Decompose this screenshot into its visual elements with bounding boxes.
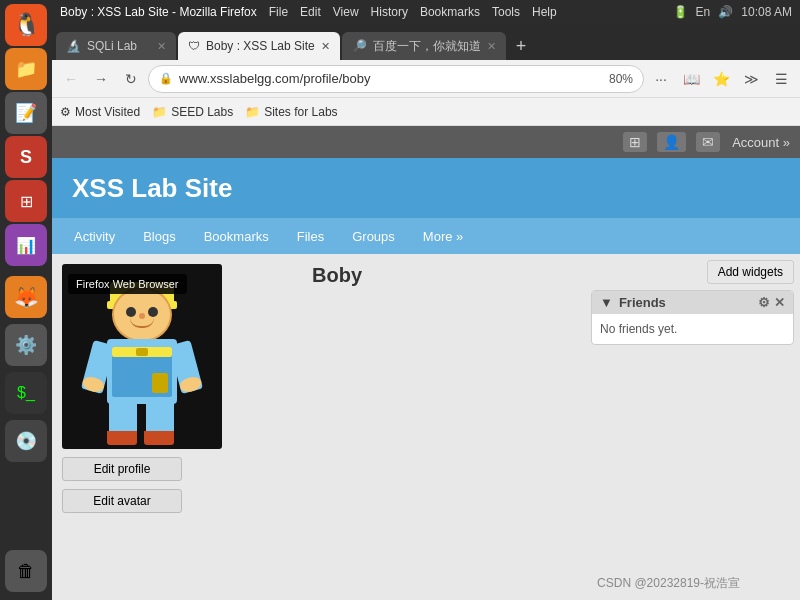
taskbar-left: 🐧 📁 📝 S ⊞ 📊 🦊 ⚙️ $_ 💿 🗑 <box>0 0 52 600</box>
friends-widget-title: Friends <box>619 295 666 310</box>
text-editor-icon[interactable]: 📝 <box>5 92 47 134</box>
tab-bar: 🔬 SQLi Lab ✕ 🛡 Boby : XSS Lab Site ✕ 🔎 百… <box>52 24 800 60</box>
lock-icon: 🔒 <box>159 72 173 85</box>
sys-time: 10:08 AM <box>741 5 792 19</box>
friends-widget-close[interactable]: ✕ <box>774 295 785 310</box>
mail-icon-btn[interactable]: ✉ <box>696 132 720 152</box>
new-tab-button[interactable]: + <box>508 32 535 60</box>
edit-avatar-button[interactable]: Edit avatar <box>62 489 182 513</box>
files-icon[interactable]: 📁 <box>5 48 47 90</box>
zoom-level: 80% <box>609 72 633 86</box>
settings-icon[interactable]: ⚙️ <box>5 324 47 366</box>
sys-volume: 🔊 <box>718 5 733 19</box>
bob-figure <box>82 277 202 437</box>
tab-sqli-label: SQLi Lab <box>87 39 137 53</box>
seed-labs-icon: 📁 <box>152 105 167 119</box>
right-column: Add widgets ▼ Friends ⚙ ✕ No friends yet… <box>585 254 800 600</box>
bookmark-seed-labs[interactable]: 📁 SEED Labs <box>152 105 233 119</box>
most-visited-icon: ⚙ <box>60 105 71 119</box>
nav-activity[interactable]: Activity <box>62 223 127 250</box>
bookmark-page-button[interactable]: ⭐ <box>708 66 734 92</box>
sites-for-labs-icon: 📁 <box>245 105 260 119</box>
nav-bar: ← → ↻ 🔒 www.xsslabelgg.com/profile/boby … <box>52 60 800 98</box>
back-button[interactable]: ← <box>58 66 84 92</box>
bob-boot-left <box>107 431 137 445</box>
extensions-button[interactable]: ≫ <box>738 66 764 92</box>
tab-baidu-close[interactable]: ✕ <box>487 40 496 53</box>
site-header: XSS Lab Site <box>52 158 800 218</box>
menu-tools[interactable]: Tools <box>492 5 520 19</box>
friends-widget-settings[interactable]: ⚙ <box>758 295 770 310</box>
browser-window: 🔬 SQLi Lab ✕ 🛡 Boby : XSS Lab Site ✕ 🔎 百… <box>52 24 800 600</box>
tab-xss-label: Boby : XSS Lab Site <box>206 39 315 53</box>
friends-widget-body: No friends yet. <box>592 314 793 344</box>
sys-icons: 🔋 En 🔊 10:08 AM <box>673 5 792 19</box>
tab-xss-close[interactable]: ✕ <box>321 40 330 53</box>
profile-image: Firefox Web Browser <box>62 264 222 449</box>
menu-edit[interactable]: Edit <box>300 5 321 19</box>
menu-file[interactable]: File <box>269 5 288 19</box>
hamburger-button[interactable]: ☰ <box>768 66 794 92</box>
friends-widget-actions: ⚙ ✕ <box>758 295 785 310</box>
address-bar[interactable]: 🔒 www.xsslabelgg.com/profile/boby 80% <box>148 65 644 93</box>
user-icon-btn[interactable]: 👤 <box>657 132 686 152</box>
purple-icon[interactable]: 📊 <box>5 224 47 266</box>
nav-actions: ··· 📖 ⭐ ≫ ☰ <box>648 66 794 92</box>
grid-icon-btn[interactable]: ⊞ <box>623 132 647 152</box>
nav-blogs[interactable]: Blogs <box>131 223 188 250</box>
friends-widget: ▼ Friends ⚙ ✕ No friends yet. <box>591 290 794 345</box>
menu-help[interactable]: Help <box>532 5 557 19</box>
firefox-icon[interactable]: 🦊 <box>5 276 47 318</box>
friends-widget-header: ▼ Friends ⚙ ✕ <box>592 291 793 314</box>
menu-bookmarks[interactable]: Bookmarks <box>420 5 480 19</box>
nav-files[interactable]: Files <box>285 223 336 250</box>
forward-button[interactable]: → <box>88 66 114 92</box>
tab-baidu-label: 百度一下，你就知道 <box>373 38 481 55</box>
add-widgets-button[interactable]: Add widgets <box>707 260 794 284</box>
menu-view[interactable]: View <box>333 5 359 19</box>
menu-history[interactable]: History <box>371 5 408 19</box>
left-column: Firefox Web Browser <box>52 254 302 600</box>
page-content: ⊞ 👤 ✉ Account » XSS Lab Site Activity Bl… <box>52 126 800 600</box>
account-icons: ⊞ 👤 ✉ <box>623 132 720 152</box>
reader-view-button[interactable]: 📖 <box>678 66 704 92</box>
sites-for-labs-label: Sites for Labs <box>264 105 337 119</box>
seed-labs-label: SEED Labs <box>171 105 233 119</box>
tab-sqli-favicon: 🔬 <box>66 39 81 53</box>
nav-bookmarks[interactable]: Bookmarks <box>192 223 281 250</box>
os-window-title: Boby : XSS Lab Site - Mozilla Firefox <box>60 5 257 19</box>
main-layout: Firefox Web Browser <box>52 254 800 600</box>
more-options-button[interactable]: ··· <box>648 66 674 92</box>
bob-head <box>112 287 172 342</box>
bob-boot-right <box>144 431 174 445</box>
site-nav: Activity Blogs Bookmarks Files Groups Mo… <box>52 218 800 254</box>
tab-xss-favicon: 🛡 <box>188 39 200 53</box>
s-icon[interactable]: S <box>5 136 47 178</box>
account-link[interactable]: Account » <box>732 135 790 150</box>
bookmark-sites-for-labs[interactable]: 📁 Sites for Labs <box>245 105 337 119</box>
username-display: Boby <box>312 264 575 287</box>
bookmark-most-visited[interactable]: ⚙ Most Visited <box>60 105 140 119</box>
most-visited-label: Most Visited <box>75 105 140 119</box>
site-title: XSS Lab Site <box>72 173 232 204</box>
nav-more[interactable]: More » <box>411 223 475 250</box>
terminal-icon[interactable]: $_ <box>5 372 47 414</box>
middle-column: Boby <box>302 254 585 600</box>
dvd-icon[interactable]: 💿 <box>5 420 47 462</box>
firefox-tooltip: Firefox Web Browser <box>68 274 187 294</box>
tab-sqli-close[interactable]: ✕ <box>157 40 166 53</box>
no-friends-text: No friends yet. <box>600 322 677 336</box>
red-window-icon[interactable]: ⊞ <box>5 180 47 222</box>
os-topbar: Boby : XSS Lab Site - Mozilla Firefox Fi… <box>52 0 800 24</box>
reload-button[interactable]: ↻ <box>118 66 144 92</box>
tab-baidu[interactable]: 🔎 百度一下，你就知道 ✕ <box>342 32 506 60</box>
ubuntu-icon[interactable]: 🐧 <box>5 4 47 46</box>
tab-xss[interactable]: 🛡 Boby : XSS Lab Site ✕ <box>178 32 340 60</box>
edit-profile-button[interactable]: Edit profile <box>62 457 182 481</box>
tab-sqli[interactable]: 🔬 SQLi Lab ✕ <box>56 32 176 60</box>
nav-groups[interactable]: Groups <box>340 223 407 250</box>
os-menu-items: File Edit View History Bookmarks Tools H… <box>269 5 673 19</box>
trash-icon[interactable]: 🗑 <box>5 550 47 592</box>
sys-battery: 🔋 <box>673 5 688 19</box>
friends-triangle-icon: ▼ <box>600 295 613 310</box>
